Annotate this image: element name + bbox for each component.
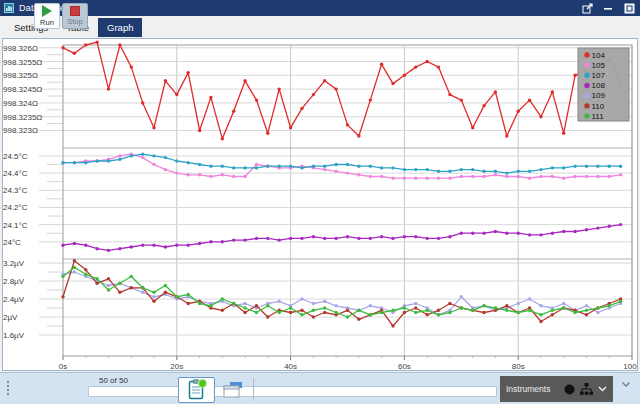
svg-text:110: 110 [592, 102, 605, 111]
series-109 [61, 270, 622, 316]
minimize-icon[interactable] [602, 2, 615, 15]
svg-text:2.8µV: 2.8µV [3, 277, 25, 286]
svg-text:998.325Ω: 998.325Ω [3, 71, 38, 80]
instrument-count-icon [564, 384, 575, 395]
series-104 [61, 41, 622, 141]
titlebar: DataLogger-1 [0, 0, 640, 16]
clipboard-badge-icon [187, 379, 207, 401]
progress-bar [88, 386, 497, 397]
x-axis-labels: 0s20s40s60s80s100s [59, 362, 637, 370]
series-108 [61, 223, 622, 252]
new-window-button[interactable] [217, 377, 249, 403]
instruments-button[interactable]: Instruments [500, 376, 613, 402]
log-to-clipboard-button[interactable] [178, 377, 215, 403]
play-icon [42, 5, 52, 17]
series-105 [61, 153, 622, 180]
tabbar: Settings Table Graph [0, 16, 640, 37]
run-button-label: Run [40, 18, 54, 27]
legend[interactable]: 104105107108109110111 [578, 48, 629, 121]
svg-text:998.323Ω: 998.323Ω [3, 126, 38, 135]
svg-text:105: 105 [592, 61, 606, 70]
popout-icon[interactable] [581, 2, 594, 15]
chevron-down-icon [598, 386, 607, 392]
svg-text:108: 108 [592, 81, 606, 90]
svg-text:998.324Ω: 998.324Ω [3, 99, 38, 108]
run-button[interactable]: Run [34, 3, 60, 29]
svg-text:2µV: 2µV [3, 313, 18, 322]
svg-text:109: 109 [592, 91, 606, 100]
svg-text:998.3235Ω: 998.3235Ω [3, 113, 42, 122]
graph-canvas: 998.326Ω998.3255Ω998.325Ω998.3245Ω998.32… [3, 39, 637, 370]
stop-icon [70, 6, 80, 16]
maximize-icon[interactable] [623, 2, 636, 15]
svg-text:1.6µV: 1.6µV [3, 331, 25, 340]
svg-text:2.4µV: 2.4µV [3, 295, 25, 304]
svg-text:998.3255Ω: 998.3255Ω [3, 58, 42, 67]
dock-chevron-down-icon[interactable] [621, 381, 631, 388]
stop-button[interactable]: Stop [62, 3, 88, 29]
tab-graph[interactable]: Graph [98, 18, 142, 37]
series-111 [61, 266, 622, 319]
svg-text:24.4°C: 24.4°C [3, 169, 28, 178]
grip-handle[interactable] [7, 381, 10, 395]
app-icon [4, 3, 14, 13]
svg-text:40s: 40s [284, 362, 297, 370]
svg-text:111: 111 [592, 112, 605, 121]
svg-text:24.3°C: 24.3°C [3, 186, 28, 195]
svg-text:24.5°C: 24.5°C [3, 152, 28, 161]
y-axis-labels: 998.326Ω998.3255Ω998.325Ω998.3245Ω998.32… [3, 44, 42, 340]
svg-text:3.2µV: 3.2µV [3, 259, 25, 268]
instruments-label: Instruments [506, 384, 559, 394]
svg-text:24.1°C: 24.1°C [3, 221, 28, 230]
svg-text:107: 107 [592, 71, 606, 80]
svg-text:0s: 0s [59, 362, 67, 370]
svg-text:60s: 60s [398, 362, 411, 370]
progress-label: 50 of 50 [99, 376, 128, 385]
topology-icon [580, 383, 593, 395]
svg-text:20s: 20s [170, 362, 183, 370]
new-window-icon [222, 381, 244, 399]
svg-text:998.3245Ω: 998.3245Ω [3, 85, 42, 94]
svg-text:24.2°C: 24.2°C [3, 203, 28, 212]
svg-text:998.326Ω: 998.326Ω [3, 44, 38, 53]
stop-button-label: Stop [67, 17, 82, 26]
svg-text:104: 104 [592, 51, 606, 60]
datalogger-window: DataLogger-1 Settings Table Graph [0, 0, 640, 404]
graph-panel: 998.326Ω998.3255Ω998.325Ω998.3245Ω998.32… [2, 38, 638, 371]
svg-text:24°C: 24°C [3, 238, 21, 247]
svg-text:100s: 100s [623, 362, 637, 370]
toolbar-separator [253, 378, 254, 401]
svg-text:80s: 80s [512, 362, 525, 370]
